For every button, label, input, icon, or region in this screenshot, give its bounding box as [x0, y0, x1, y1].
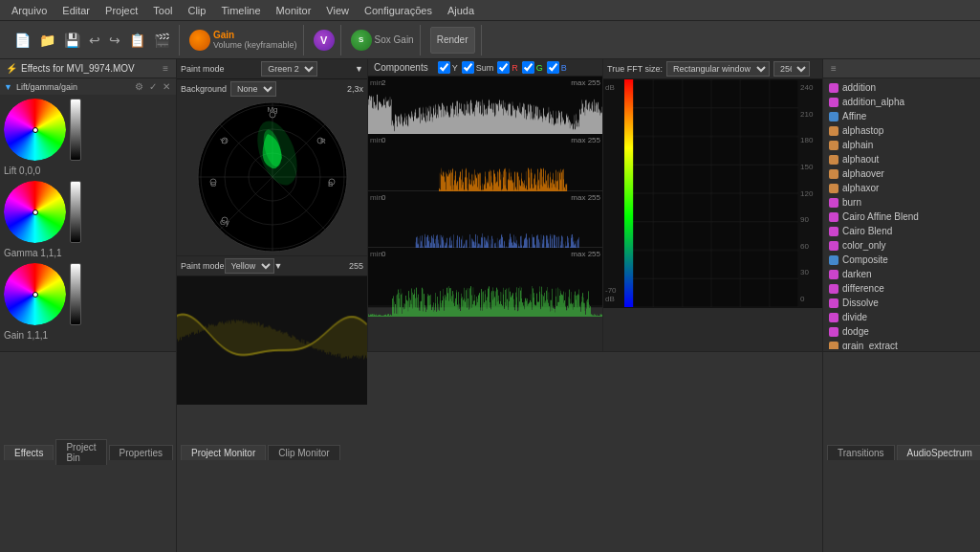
menu-tool[interactable]: Tool [145, 3, 180, 18]
effect-item[interactable]: Composite [825, 253, 978, 267]
r-toggle[interactable]: R [497, 61, 518, 74]
gain-wheel[interactable] [4, 263, 66, 325]
g-toggle[interactable]: G [522, 61, 543, 74]
gamma-wheel[interactable] [4, 181, 66, 243]
fft-window-select[interactable]: Rectangular window [666, 61, 770, 77]
paint-mode-select[interactable]: Green 2 [261, 61, 317, 77]
fft-panel: True FFT size: Rectangular window 256 dB… [603, 59, 822, 308]
lift-settings[interactable]: ⚙ [133, 80, 145, 93]
effect-label: Affine [842, 111, 866, 121]
new-button[interactable]: 📄 [11, 31, 33, 50]
paint-bg-select[interactable]: None [230, 81, 276, 97]
effect-label: burn [842, 197, 861, 208]
color-wheels-container: Lift 0,0,0 Gamma 1,1,1 Gain 1,1,1 [0, 95, 176, 344]
render-button[interactable]: Render [430, 27, 475, 54]
effect-label: alphastop [842, 125, 883, 136]
right-bottom-tabs: Transitions AudioSpectrum Library [822, 351, 980, 552]
gain-section: Gain Volume (keyframable) [184, 25, 304, 55]
main-area: ⚡ Effects for MVI_9974.MOV ≡ ▼ Lift/gamm… [0, 59, 980, 351]
effects-title: Effects for MVI_9974.MOV [21, 63, 157, 74]
effect-item[interactable]: alphaout [825, 152, 978, 166]
paint-mode-select-bottom[interactable]: Yellow [225, 258, 274, 274]
expand-icon[interactable]: ▼ [4, 82, 12, 92]
lift-wheel[interactable] [4, 99, 66, 161]
effect-label: alphain [842, 140, 873, 150]
menu-configuracoes[interactable]: Configurações [357, 3, 440, 18]
tab-audio-spectrum[interactable]: AudioSpectrum [897, 445, 980, 460]
fft-content: dB -70 dB 240 210 180 150 120 90 6 [603, 79, 822, 307]
effect-item[interactable]: burn [825, 195, 978, 210]
effect-item[interactable]: difference [825, 281, 978, 296]
menu-view[interactable]: View [318, 3, 357, 18]
gain-labels: Gain Volume (keyframable) [213, 30, 297, 50]
effect-item[interactable]: dodge [825, 324, 978, 339]
effect-item[interactable]: alphaxor [825, 181, 978, 195]
svg-text:Mg: Mg [267, 105, 277, 114]
effect-dot [829, 155, 838, 165]
effect-item[interactable]: divide [825, 310, 978, 324]
menu-ajuda[interactable]: Ajuda [440, 3, 482, 18]
effect-item[interactable]: Cairo Blend [825, 224, 978, 238]
effect-item[interactable]: alphaover [825, 166, 978, 181]
effect-dot [829, 212, 838, 222]
effect-item[interactable]: Dissolve [825, 296, 978, 310]
effect-item[interactable]: alphain [825, 138, 978, 152]
tab-project-bin[interactable]: Project Bin [55, 439, 106, 465]
gamma-slider[interactable] [70, 181, 81, 243]
save-button[interactable]: 💾 [61, 31, 83, 50]
menu-monitor[interactable]: Monitor [269, 3, 319, 18]
menu-timeline[interactable]: Timeline [213, 3, 268, 18]
effect-item[interactable]: grain_extract [825, 339, 978, 349]
paint-more-icon[interactable]: ▼ [355, 64, 363, 74]
paint-more-icon-bottom[interactable]: ▼ [274, 261, 283, 271]
scene-button[interactable]: 🎬 [151, 31, 173, 50]
lift-slider[interactable] [70, 99, 81, 161]
paint-bg-label: Background [181, 84, 227, 94]
effect-item[interactable]: color_only [825, 238, 978, 253]
menu-editar[interactable]: Editar [54, 3, 98, 18]
undo-button[interactable]: ↩ [86, 31, 103, 50]
effect-label: alphaxor [842, 183, 879, 193]
clip-button[interactable]: 📋 [126, 31, 148, 50]
open-button[interactable]: 📁 [36, 31, 58, 50]
tab-properties[interactable]: Properties [109, 445, 174, 460]
sum-toggle[interactable]: Sum [462, 61, 494, 74]
histogram-area: Components Y Sum R G B min 2 max 255 [368, 59, 602, 308]
fft-y-axis-left: dB -70 dB [603, 79, 624, 307]
redo-button[interactable]: ↪ [106, 31, 123, 50]
effect-item[interactable]: addition_alpha [825, 95, 978, 109]
hist-row-y: min 2 max 255 [368, 77, 602, 134]
tab-project-monitor[interactable]: Project Monitor [181, 445, 266, 460]
lift-gamma-header: ▼ Lift/gamma/gain ⚙ ✓ ✕ [0, 78, 176, 95]
effect-item[interactable]: Affine [825, 109, 978, 123]
y-toggle[interactable]: Y [438, 61, 458, 74]
fft-size-select[interactable]: 256 [773, 61, 810, 77]
tab-effects[interactable]: Effects [4, 445, 54, 460]
tab-transitions[interactable]: Transitions [827, 445, 895, 460]
effect-item[interactable]: alphastop [825, 123, 978, 138]
lift-check[interactable]: ✓ [147, 80, 159, 93]
fft-header: True FFT size: Rectangular window 256 [603, 59, 822, 79]
effect-dot [829, 342, 838, 350]
lift-close[interactable]: ✕ [161, 80, 172, 93]
effect-dot [829, 241, 838, 251]
paint-bg-row: Background None 2,3x [177, 79, 367, 99]
effect-dot [829, 141, 838, 150]
effect-item[interactable]: Cairo Affine Blend [825, 210, 978, 224]
v-section: V [308, 25, 341, 55]
effect-item[interactable]: darken [825, 267, 978, 281]
histogram-header: Components Y Sum R G B [368, 59, 602, 77]
effects-menu-btn[interactable]: ≡ [161, 62, 170, 75]
menu-clip[interactable]: Clip [180, 3, 213, 18]
tab-clip-monitor[interactable]: Clip Monitor [268, 445, 339, 460]
yellow-waveform [177, 276, 367, 405]
menu-project[interactable]: Project [98, 3, 145, 18]
hist-max-0: 255 [588, 78, 600, 87]
effect-label: divide [842, 312, 867, 322]
effect-item[interactable]: addition [825, 80, 978, 95]
effect-label: Dissolve [842, 298, 879, 308]
b-toggle[interactable]: B [547, 61, 567, 74]
right-panel-menu[interactable]: ≡ [829, 62, 838, 75]
gain-slider[interactable] [70, 263, 81, 325]
menu-arquivo[interactable]: Arquivo [4, 3, 54, 18]
